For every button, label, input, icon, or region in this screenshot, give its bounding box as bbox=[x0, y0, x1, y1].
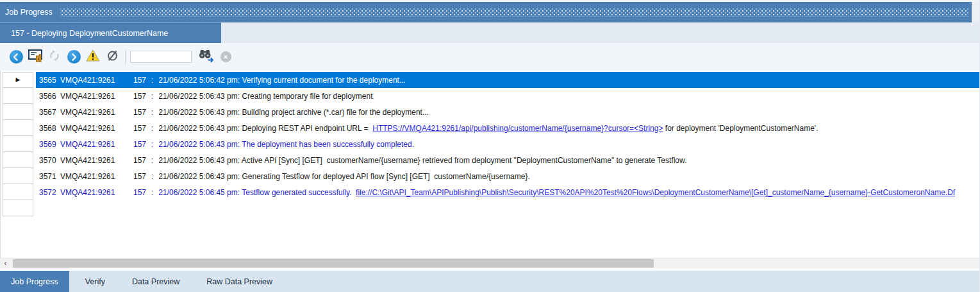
forward-button[interactable] bbox=[64, 48, 83, 66]
suppress-filter-button[interactable] bbox=[103, 48, 122, 66]
log-job-number: 157 bbox=[133, 172, 146, 181]
row-content bbox=[36, 200, 979, 216]
scrollbar-thumb[interactable] bbox=[13, 259, 654, 268]
log-message-text: 21/06/2022 5:06:43 pm: Creating temporar… bbox=[158, 92, 372, 101]
log-id: 3572 bbox=[39, 188, 60, 197]
panel-title: Job Progress bbox=[5, 8, 53, 17]
log-message-text: 21/06/2022 5:06:42 pm: Verifying current… bbox=[158, 76, 406, 85]
log-message-text: 21/06/2022 5:06:43 pm: The deployment ha… bbox=[158, 140, 414, 149]
log-job-number: 157 bbox=[133, 156, 146, 165]
log-id: 3568 bbox=[39, 124, 60, 133]
log-separator: : bbox=[151, 156, 153, 165]
log-job-number: 157 bbox=[133, 124, 146, 133]
clear-search-button[interactable]: ✕ bbox=[216, 48, 235, 66]
warning-triangle-icon bbox=[86, 49, 100, 64]
titlebar-grip-texture bbox=[60, 8, 969, 17]
testflow-file-link[interactable]: file://C:\Git\API_Team\APIPublishing\Pub… bbox=[356, 188, 955, 197]
log-message: 21/06/2022 5:06:43 pm: Active API [Sync]… bbox=[158, 156, 686, 165]
log-host: VMQA421:9261 bbox=[60, 108, 133, 117]
scroll-left-button[interactable]: ‹ bbox=[0, 259, 11, 268]
row-selector[interactable] bbox=[3, 200, 33, 216]
log-separator: : bbox=[151, 108, 153, 117]
panel-titlebar[interactable]: Job Progress bbox=[0, 2, 979, 22]
table-row[interactable]: 3566 VMQA421:9261 157 : 21/06/2022 5:06:… bbox=[1, 88, 979, 104]
tab-label: Raw Data Preview bbox=[206, 277, 272, 286]
table-row[interactable]: 3568 VMQA421:9261 157 : 21/06/2022 5:06:… bbox=[1, 120, 979, 136]
row-content: 3569 VMQA421:9261 157 : 21/06/2022 5:06:… bbox=[36, 136, 979, 152]
row-selector[interactable] bbox=[3, 184, 33, 200]
tab-verify[interactable]: Verify bbox=[74, 271, 116, 292]
log-host: VMQA421:9261 bbox=[60, 172, 133, 181]
tab-deployment-job[interactable]: 157 - Deploying DeploymentCustomerName bbox=[0, 22, 221, 43]
row-selector[interactable] bbox=[3, 168, 33, 184]
forward-arrow-icon bbox=[67, 50, 81, 64]
log-message: 21/06/2022 5:06:42 pm: Verifying current… bbox=[158, 76, 406, 85]
log-host: VMQA421:9261 bbox=[60, 92, 133, 101]
row-selector[interactable] bbox=[3, 136, 33, 152]
null-slash-icon bbox=[106, 49, 119, 64]
row-content: 3572 VMQA421:9261 157 : 21/06/2022 5:06:… bbox=[36, 184, 979, 200]
current-row-arrow-icon: ▶ bbox=[16, 77, 21, 83]
table-row[interactable]: 3570 VMQA421:9261 157 : 21/06/2022 5:06:… bbox=[1, 152, 979, 168]
horizontal-scrollbar[interactable]: ‹ bbox=[0, 258, 979, 268]
log-details-button[interactable] bbox=[26, 48, 45, 66]
job-progress-panel: Job Progress 157 - Deploying DeploymentC… bbox=[0, 0, 980, 292]
log-job-number: 157 bbox=[133, 108, 146, 117]
find-button[interactable] bbox=[197, 48, 216, 66]
log-host: VMQA421:9261 bbox=[60, 76, 133, 85]
document-tab-strip: 157 - Deploying DeploymentCustomerName bbox=[0, 22, 979, 43]
log-host: VMQA421:9261 bbox=[60, 140, 133, 149]
log-separator: : bbox=[151, 92, 153, 101]
log-id: 3566 bbox=[39, 92, 60, 101]
tab-label: Verify bbox=[85, 277, 105, 286]
tab-label: Job Progress bbox=[11, 277, 58, 286]
endpoint-url-link[interactable]: HTTPS://VMQA421:9261/api/publishing/cust… bbox=[372, 124, 663, 133]
log-job-number: 157 bbox=[133, 92, 146, 101]
table-row[interactable]: 3567 VMQA421:9261 157 : 21/06/2022 5:06:… bbox=[1, 104, 979, 120]
log-host: VMQA421:9261 bbox=[60, 124, 133, 133]
log-message-suffix: for deployment 'DeploymentCustomerName'. bbox=[663, 124, 818, 133]
log-message-text: 21/06/2022 5:06:45 pm: Testflow generate… bbox=[158, 188, 356, 197]
row-content: 3566 VMQA421:9261 157 : 21/06/2022 5:06:… bbox=[36, 88, 979, 104]
log-separator: : bbox=[151, 172, 153, 181]
search-input[interactable] bbox=[130, 51, 192, 63]
tab-label: Data Preview bbox=[132, 277, 179, 286]
tab-raw-data-preview[interactable]: Raw Data Preview bbox=[195, 271, 283, 292]
tab-job-progress[interactable]: Job Progress bbox=[0, 271, 69, 292]
log-job-number: 157 bbox=[133, 76, 146, 85]
log-host: VMQA421:9261 bbox=[60, 156, 133, 165]
log-message: 21/06/2022 5:06:43 pm: Deploying REST AP… bbox=[158, 124, 818, 133]
log-id: 3571 bbox=[39, 172, 60, 181]
row-selector[interactable] bbox=[3, 120, 33, 136]
row-content: 3565 VMQA421:9261 157 : 21/06/2022 5:06:… bbox=[36, 72, 979, 88]
log-message: 21/06/2022 5:06:43 pm: Building project … bbox=[158, 108, 429, 117]
log-separator: : bbox=[151, 76, 153, 85]
row-selector[interactable] bbox=[3, 88, 33, 104]
warnings-filter-button[interactable] bbox=[83, 48, 103, 66]
log-job-number: 157 bbox=[133, 140, 146, 149]
log-message: 21/06/2022 5:06:45 pm: Testflow generate… bbox=[158, 188, 955, 197]
table-row[interactable]: 3572 VMQA421:9261 157 : 21/06/2022 5:06:… bbox=[1, 184, 979, 200]
row-content: 3571 VMQA421:9261 157 : 21/06/2022 5:06:… bbox=[36, 168, 979, 184]
row-selector[interactable] bbox=[3, 104, 33, 120]
row-selector[interactable]: ▶ bbox=[3, 72, 33, 88]
log-id: 3570 bbox=[39, 156, 60, 165]
table-row-empty bbox=[1, 200, 979, 216]
row-content: 3570 VMQA421:9261 157 : 21/06/2022 5:06:… bbox=[36, 152, 979, 168]
table-row[interactable]: 3569 VMQA421:9261 157 : 21/06/2022 5:06:… bbox=[1, 136, 979, 152]
refresh-button-disabled[interactable] bbox=[45, 48, 64, 66]
log-message-text: 21/06/2022 5:06:43 pm: Active API [Sync]… bbox=[158, 156, 686, 165]
table-row[interactable]: ▶ 3565 VMQA421:9261 157 : 21/06/2022 5:0… bbox=[1, 72, 979, 88]
tab-data-preview[interactable]: Data Preview bbox=[121, 271, 190, 292]
log-message: 21/06/2022 5:06:43 pm: The deployment ha… bbox=[158, 140, 414, 149]
log-id: 3567 bbox=[39, 108, 60, 117]
log-table: ▶ 3565 VMQA421:9261 157 : 21/06/2022 5:0… bbox=[0, 71, 979, 258]
back-button[interactable] bbox=[6, 48, 26, 66]
row-content: 3568 VMQA421:9261 157 : 21/06/2022 5:06:… bbox=[36, 120, 979, 136]
row-selector[interactable] bbox=[3, 152, 33, 168]
clear-x-icon: ✕ bbox=[220, 51, 231, 62]
titlebar-end-cap bbox=[972, 2, 979, 22]
back-arrow-icon bbox=[10, 50, 23, 64]
log-separator: : bbox=[151, 124, 153, 133]
table-row[interactable]: 3571 VMQA421:9261 157 : 21/06/2022 5:06:… bbox=[1, 168, 979, 184]
